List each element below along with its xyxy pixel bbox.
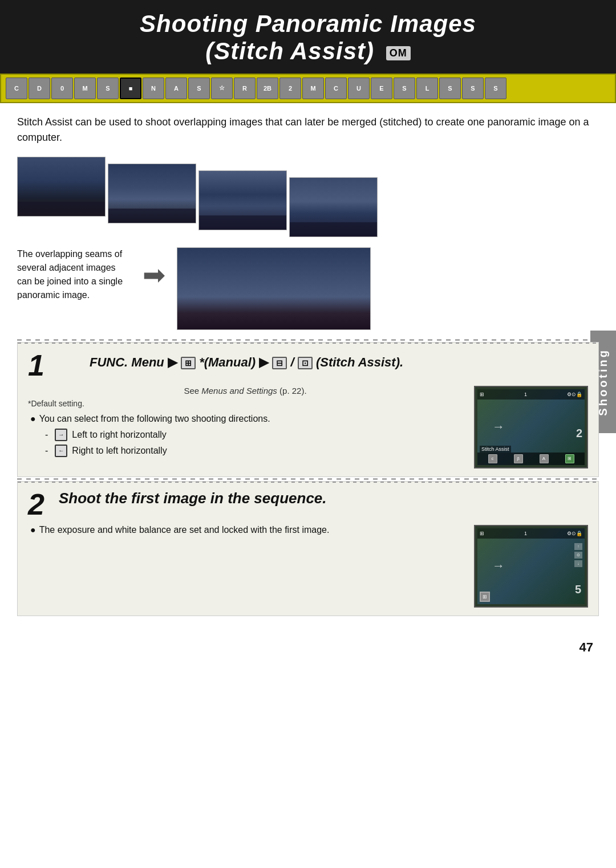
title-line2: (Stitch Assist): [205, 38, 374, 64]
rtl-label: Right to left horizontally: [72, 446, 167, 456]
step1-header: 1 FUNC. Menu ▶ ⊞ *(Manual) ▶ ⊟ / ⊡ (Stit…: [28, 351, 588, 380]
join-description: The overlapping seams of several adjacen…: [17, 247, 131, 302]
mode-icon-s[interactable]: S: [97, 78, 119, 99]
mode-icon-a[interactable]: A: [165, 78, 187, 99]
pano-thumb-3: [198, 170, 287, 230]
mode-icon-s5[interactable]: S: [462, 78, 484, 99]
see-end: (p. 22).: [277, 386, 307, 396]
screen-icon-left: ⊞: [480, 392, 484, 397]
screen2-icons-right: ⚙⊙🔒: [567, 531, 582, 536]
mode-icon-r[interactable]: R: [234, 78, 256, 99]
mode-icon-active[interactable]: ■: [120, 78, 141, 99]
screen-bottom-icon-4-highlighted: ⊞: [565, 454, 574, 463]
step1-content: See Menus and Settings (p. 22). *Default…: [28, 386, 463, 468]
arrow2: ▶: [259, 355, 272, 369]
ltr-label: Left to right horizontally: [72, 430, 166, 440]
mode-icon-s4[interactable]: S: [439, 78, 461, 99]
step2-bullet: The exposure and white balance are set a…: [28, 525, 463, 535]
panoramic-demo: [17, 157, 599, 237]
func-menu-label: FUNC. Menu: [90, 355, 164, 369]
mode-icon-n[interactable]: N: [143, 78, 164, 99]
mode-icon-c[interactable]: C: [6, 78, 27, 99]
direction-list: → Left to right horizontally ← Right to …: [45, 429, 463, 457]
pano-thumb-1: [17, 157, 106, 217]
mode-icon-star[interactable]: ☆: [211, 78, 233, 99]
step2-number: 2: [28, 490, 51, 519]
screen2-arrow: →: [492, 559, 505, 573]
pano-image-stack: [17, 157, 378, 237]
page-number: 47: [0, 629, 616, 661]
step1-number: 1: [28, 351, 51, 380]
pano-wide-image: [177, 247, 371, 330]
mode-icon-s6[interactable]: S: [485, 78, 506, 99]
step1-divider: [17, 339, 599, 341]
mode-icon-m2[interactable]: M: [302, 78, 324, 99]
stitch-assist-label: (Stitch Assist).: [316, 355, 403, 369]
arrow1: ▶: [168, 355, 181, 369]
direction-rtl: ← Right to left horizontally: [45, 445, 463, 457]
func-menu-line: FUNC. Menu ▶ ⊞ *(Manual) ▶ ⊟ / ⊡ (Stitch…: [90, 355, 403, 370]
screen-bottom-icon-3: A: [540, 454, 549, 463]
screen2-icon-left: ⊞: [480, 531, 484, 536]
direction-ltr: → Left to right horizontally: [45, 429, 463, 441]
step2-header: 2 Shoot the first image in the sequence.: [28, 490, 588, 519]
page-header: Shooting Panoramic Images (Stitch Assist…: [0, 0, 616, 74]
stitch-icon-l: ⊟: [272, 357, 287, 369]
join-arrow-icon: ➡: [143, 259, 165, 291]
rtl-icon: ←: [55, 445, 67, 457]
see-menus-note: See Menus and Settings (p. 22).: [28, 386, 463, 396]
screen-top-bar-2: ⊞ 1 ⚙⊙🔒: [477, 528, 585, 539]
mode-icon-s3[interactable]: S: [394, 78, 415, 99]
screen-top-bar-1: ⊞ 1 ⚙⊙🔒: [477, 389, 585, 400]
manual-label: *(Manual): [199, 355, 256, 369]
see-text: See: [184, 386, 201, 396]
mode-icon-2b[interactable]: 2B: [257, 78, 278, 99]
mode-icon-0[interactable]: 0: [51, 78, 73, 99]
step2-title: Shoot the first image in the sequence.: [59, 490, 327, 507]
bullet-directions: You can select from the following two sh…: [28, 414, 463, 424]
step1-section: 1 FUNC. Menu ▶ ⊞ *(Manual) ▶ ⊟ / ⊡ (Stit…: [17, 342, 599, 477]
title-line1: Shooting Panoramic Images: [140, 10, 476, 37]
screen2-side-icons: ↑ ⊙ ↓: [574, 543, 582, 567]
mode-icon-l[interactable]: L: [416, 78, 438, 99]
step2-content: The exposure and white balance are set a…: [28, 525, 463, 608]
stitch-icon-r: ⊡: [298, 357, 313, 369]
slash: /: [291, 355, 294, 369]
page-container: Shooting Panoramic Images (Stitch Assist…: [0, 0, 616, 868]
main-content: Stitch Assist can be used to shoot overl…: [0, 103, 616, 629]
join-section: The overlapping seams of several adjacen…: [17, 247, 599, 330]
screen-bottom-bar-1: c β A ⊞: [477, 453, 585, 465]
camera-screen-1: ⊞ 1 ⚙⊙🔒 → 2 Stitch Assist c β A ⊞: [474, 386, 588, 468]
mode-icon-d[interactable]: D: [29, 78, 50, 99]
manual-icon: ⊞: [181, 357, 196, 369]
page-title: Shooting Panoramic Images (Stitch Assist…: [17, 10, 599, 66]
mode-icon-m[interactable]: M: [74, 78, 96, 99]
ltr-icon: →: [55, 429, 67, 441]
default-note: *Default setting.: [28, 399, 463, 408]
step2-divider: [17, 478, 599, 480]
mode-icon-c2[interactable]: C: [325, 78, 347, 99]
step2-section: 2 Shoot the first image in the sequence.…: [17, 481, 599, 616]
screen-icons-right: ⚙⊙🔒: [567, 392, 582, 397]
screen2-num: 1: [524, 531, 527, 536]
camera-screen-2: ⊞ 1 ⚙⊙🔒 → ⊞ ↑ ⊙ ↓ 5: [474, 525, 588, 608]
om-icon: OM: [386, 46, 411, 60]
mode-icon-e[interactable]: E: [371, 78, 392, 99]
pano-thumb-4: [289, 177, 378, 237]
step1-body: See Menus and Settings (p. 22). *Default…: [28, 386, 588, 468]
screen-num-1: 1: [524, 392, 527, 397]
stitch-screen-label: Stitch Assist: [480, 446, 511, 453]
pano-thumb-2: [108, 164, 196, 223]
step2-body: The exposure and white balance are set a…: [28, 525, 588, 608]
mode-icon-2[interactable]: 2: [279, 78, 301, 99]
mode-icon-s2[interactable]: S: [188, 78, 210, 99]
see-italic: Menus and Settings: [201, 386, 277, 396]
screen-arrow-1: →: [492, 419, 505, 434]
screen-number-1: 2: [576, 427, 582, 440]
mode-icon-u[interactable]: U: [348, 78, 370, 99]
screen-bottom-icon-1: c: [488, 454, 497, 463]
screen-bottom-icon-2: β: [514, 454, 523, 463]
screen2-icon-bottom-left: ⊞: [480, 592, 490, 602]
screen2-number: 5: [575, 583, 581, 596]
mode-strip: C D 0 M S ■ N A S ☆ R 2B 2 M C U E S L S…: [0, 74, 616, 103]
